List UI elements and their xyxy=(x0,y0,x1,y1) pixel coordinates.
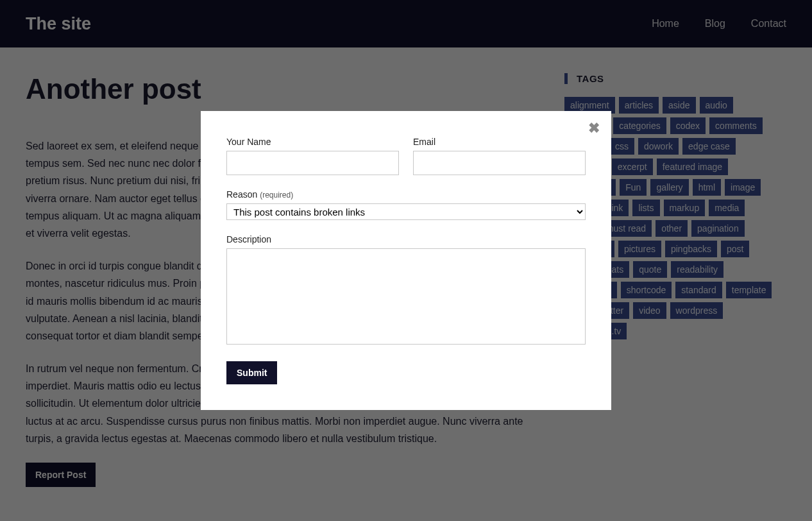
report-modal: ✖ Your Name Email Reason (required) This… xyxy=(201,111,611,410)
input-email[interactable] xyxy=(413,151,586,175)
modal-overlay: ✖ Your Name Email Reason (required) This… xyxy=(0,0,812,521)
field-description: Description xyxy=(226,234,586,345)
textarea-description[interactable] xyxy=(226,248,586,345)
label-reason: Reason (required) xyxy=(226,189,586,200)
label-description: Description xyxy=(226,234,586,244)
field-email: Email xyxy=(413,137,586,175)
label-reason-text: Reason xyxy=(226,189,257,200)
input-your-name[interactable] xyxy=(226,151,399,175)
select-reason[interactable]: This post contains broken links xyxy=(226,203,586,220)
field-your-name: Your Name xyxy=(226,137,399,175)
close-icon[interactable]: ✖ xyxy=(588,120,600,137)
label-email: Email xyxy=(413,137,586,147)
label-your-name: Your Name xyxy=(226,137,399,147)
label-reason-required: (required) xyxy=(260,191,293,200)
submit-button[interactable]: Submit xyxy=(226,361,277,384)
field-reason: Reason (required) This post contains bro… xyxy=(226,189,586,220)
